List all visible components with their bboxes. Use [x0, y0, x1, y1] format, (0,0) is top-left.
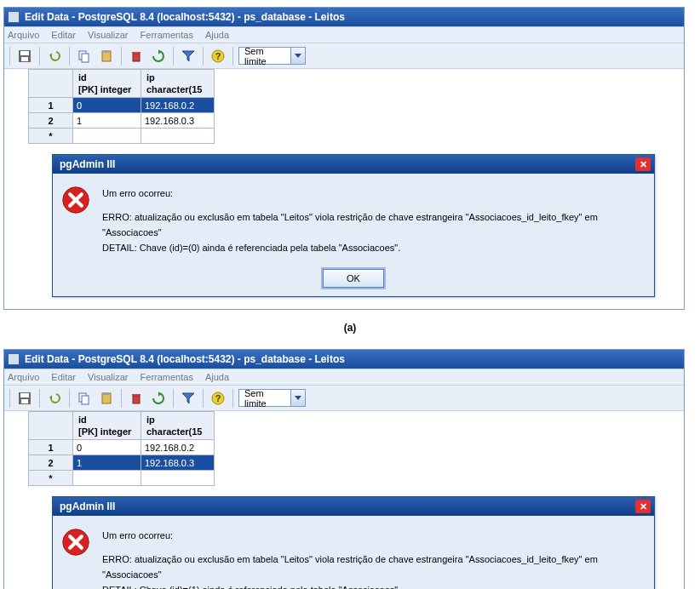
dialog-heading: Um erro ocorreu:	[102, 528, 645, 543]
window-titlebar: Edit Data - PostgreSQL 8.4 (localhost:54…	[4, 350, 684, 369]
column-header[interactable]: id [PK] integer	[73, 70, 141, 98]
grid-cell[interactable]: 192.168.0.2	[141, 440, 215, 455]
menu-item[interactable]: Ajuda	[205, 372, 229, 382]
help-icon[interactable]: ?	[209, 389, 227, 408]
toolbar: ? Sem limite	[4, 386, 684, 411]
save-icon[interactable]	[15, 389, 34, 408]
help-icon[interactable]: ?	[209, 47, 227, 66]
column-header[interactable]: ip character(15	[141, 412, 215, 440]
svg-rect-1	[20, 51, 29, 55]
row-header[interactable]: 2	[29, 113, 73, 129]
paste-icon[interactable]	[97, 389, 116, 408]
paste-icon[interactable]	[97, 47, 116, 66]
app-icon	[8, 11, 20, 23]
column-type: [PK] integer	[78, 426, 131, 437]
svg-rect-6	[104, 50, 109, 53]
menu-item[interactable]: Ferramentas	[141, 372, 193, 382]
menu-item[interactable]: Editar	[51, 30, 76, 40]
save-icon[interactable]	[15, 47, 34, 66]
row-header[interactable]: 2	[29, 455, 73, 471]
chevron-down-icon[interactable]	[290, 390, 305, 406]
menu-bar: ArquivoEditarVisualizarFerramentasAjuda	[4, 26, 684, 43]
grid-cell[interactable]: 1	[73, 113, 141, 129]
grid-cell[interactable]: 0	[73, 98, 141, 113]
limit-combo[interactable]: Sem limite	[238, 389, 306, 407]
column-header[interactable]: id [PK] integer	[73, 412, 141, 440]
close-icon[interactable]: ✕	[635, 500, 651, 513]
row-header[interactable]: *	[29, 129, 73, 144]
dialog-line2: DETAIL: Chave (id)=(1) ainda é referenci…	[102, 582, 645, 589]
menu-item[interactable]: Ferramentas	[141, 30, 193, 40]
dialog-title: pgAdmin III	[60, 158, 115, 170]
svg-rect-8	[132, 52, 141, 54]
data-grid: id [PK] integer ip character(15 10192.16…	[4, 411, 684, 589]
menu-item[interactable]: Visualizar	[88, 30, 129, 40]
menu-bar: ArquivoEditarVisualizarFerramentasAjuda	[4, 369, 684, 386]
window-title: Edit Data - PostgreSQL 8.4 (localhost:54…	[25, 353, 345, 365]
close-icon[interactable]: ✕	[635, 157, 651, 171]
svg-text:?: ?	[215, 393, 221, 403]
svg-rect-14	[21, 399, 28, 403]
row-header[interactable]: 1	[29, 440, 73, 455]
limit-combo[interactable]: Sem limite	[238, 47, 306, 65]
window-title: Edit Data - PostgreSQL 8.4 (localhost:54…	[25, 11, 345, 23]
menu-item[interactable]: Arquivo	[8, 30, 39, 40]
svg-rect-19	[133, 396, 140, 403]
svg-rect-2	[21, 57, 28, 61]
error-dialog: pgAdmin III ✕ Um erro ocorreu: ERRO: atu…	[52, 496, 655, 589]
refresh-icon[interactable]	[149, 47, 168, 66]
dialog-titlebar: pgAdmin III ✕	[53, 155, 654, 174]
dialog-title: pgAdmin III	[60, 500, 115, 512]
limit-value: Sem limite	[239, 46, 290, 66]
filter-icon[interactable]	[179, 47, 198, 66]
refresh-icon[interactable]	[149, 389, 168, 408]
row-header[interactable]: *	[29, 471, 73, 486]
menu-item[interactable]: Ajuda	[205, 30, 229, 40]
grid-cell[interactable]: 192.168.0.3	[141, 455, 215, 471]
ok-button[interactable]: OK	[323, 269, 384, 288]
chevron-down-icon[interactable]	[290, 48, 305, 64]
grid-cell[interactable]	[141, 129, 215, 144]
grid-corner[interactable]	[29, 412, 73, 440]
grid-cell[interactable]: 192.168.0.2	[141, 98, 215, 113]
dialog-line1: ERRO: atualização ou exclusão em tabela …	[102, 209, 645, 240]
column-type: character(15	[146, 426, 202, 437]
column-name: id	[78, 72, 87, 83]
undo-icon[interactable]	[45, 47, 64, 66]
delete-icon[interactable]	[127, 47, 146, 66]
svg-rect-16	[82, 396, 89, 404]
dialog-line1: ERRO: atualização ou exclusão em tabela …	[102, 552, 645, 582]
grid-cell[interactable]: 192.168.0.3	[141, 113, 215, 129]
grid-cell[interactable]	[73, 471, 141, 486]
limit-value: Sem limite	[239, 388, 290, 409]
grid-cell[interactable]	[141, 471, 215, 486]
copy-icon[interactable]	[75, 389, 94, 408]
grid-corner[interactable]	[29, 70, 73, 98]
app-window: Edit Data - PostgreSQL 8.4 (localhost:54…	[3, 349, 685, 589]
dialog-line2: DETAIL: Chave (id)=(0) ainda é referenci…	[102, 240, 645, 255]
grid-cell[interactable]: 1	[73, 455, 141, 471]
grid-cell[interactable]	[73, 129, 141, 144]
column-header[interactable]: ip character(15	[141, 70, 215, 98]
row-header[interactable]: 1	[29, 98, 73, 113]
copy-icon[interactable]	[75, 47, 94, 66]
window-titlebar: Edit Data - PostgreSQL 8.4 (localhost:54…	[4, 8, 684, 26]
menu-item[interactable]: Arquivo	[8, 372, 39, 382]
svg-text:?: ?	[215, 51, 221, 61]
column-name: ip	[146, 415, 155, 425]
svg-rect-7	[133, 54, 140, 61]
column-name: ip	[146, 72, 155, 83]
delete-icon[interactable]	[127, 389, 146, 408]
data-grid: id [PK] integer ip character(15 10192.16…	[4, 69, 684, 297]
menu-item[interactable]: Editar	[51, 372, 76, 382]
column-type: [PK] integer	[78, 84, 131, 94]
grid-cell[interactable]: 0	[73, 440, 141, 455]
menu-item[interactable]: Visualizar	[88, 372, 129, 382]
toolbar: ? Sem limite	[4, 43, 684, 69]
svg-rect-4	[82, 54, 89, 62]
dialog-heading: Um erro ocorreu:	[102, 186, 645, 201]
undo-icon[interactable]	[45, 389, 64, 408]
column-type: character(15	[146, 84, 202, 94]
error-dialog: pgAdmin III ✕ Um erro ocorreu: ERRO: atu…	[52, 154, 655, 297]
filter-icon[interactable]	[179, 389, 198, 408]
